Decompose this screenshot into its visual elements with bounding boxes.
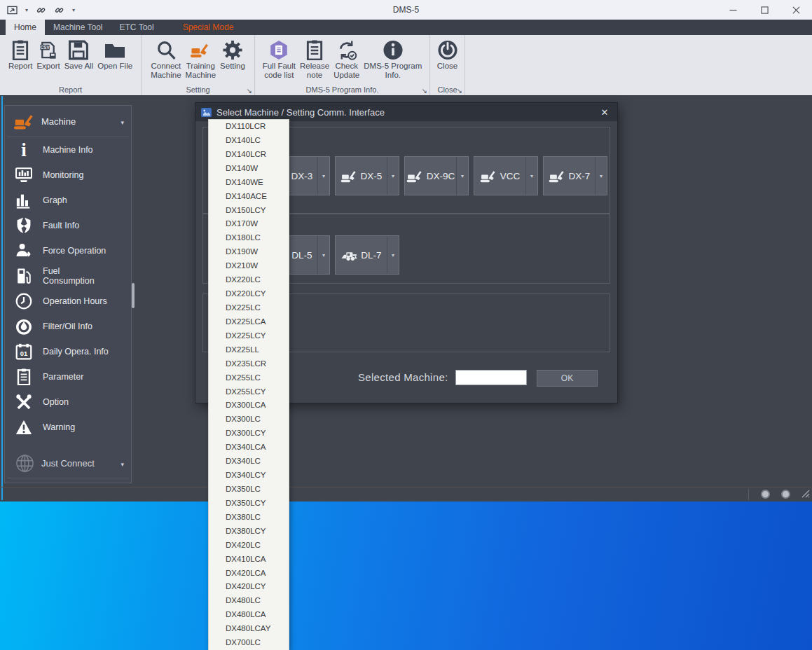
- machine-dropdown-arrow[interactable]: ▾: [387, 236, 399, 274]
- sidebar-item[interactable]: Fault Info: [5, 213, 131, 238]
- dialog-launcher-icon[interactable]: ↘: [457, 88, 462, 95]
- tab-home[interactable]: Home: [6, 20, 45, 35]
- ribbon-button[interactable]: Setting: [218, 37, 247, 71]
- sidebar-item[interactable]: Parameter: [5, 364, 131, 389]
- quick-access-icon[interactable]: [36, 6, 46, 15]
- machine-model-option[interactable]: DX255LCY: [209, 385, 289, 399]
- machine-model-option[interactable]: DX210W: [209, 259, 289, 273]
- chevron-down-icon[interactable]: ▾: [121, 457, 124, 469]
- tab-machine-tool[interactable]: Machine Tool: [45, 20, 111, 35]
- sidebar-header-just-connect[interactable]: Just Connect ▾: [5, 448, 131, 478]
- machine-button-main[interactable]: DX-7: [544, 157, 595, 195]
- sidebar-item[interactable]: Graph: [5, 188, 131, 213]
- machine-model-option[interactable]: DX140LC: [209, 134, 289, 148]
- machine-model-option[interactable]: DX225LCY: [209, 329, 289, 343]
- ribbon-button[interactable]: Report: [6, 37, 35, 71]
- ribbon-button[interactable]: DMS-5 Program Info.: [362, 37, 424, 81]
- ribbon-button[interactable]: Release note: [298, 37, 331, 81]
- quick-access-icon[interactable]: ▾: [72, 7, 75, 13]
- machine-model-option[interactable]: DX140LCR: [209, 148, 289, 162]
- machine-dropdown-arrow[interactable]: ▾: [317, 157, 329, 195]
- machine-model-option[interactable]: DX220LCY: [209, 287, 289, 301]
- sidebar-item[interactable]: Filter/Oil Info: [5, 314, 131, 339]
- machine-model-option[interactable]: DX300LCY: [209, 427, 289, 441]
- machine-model-option[interactable]: DX410LCA: [209, 553, 289, 567]
- window-control-button[interactable]: [780, 0, 812, 20]
- machine-model-option[interactable]: DX350LC: [209, 483, 289, 497]
- tab-special-mode[interactable]: Special Mode: [174, 20, 242, 35]
- machine-model-option[interactable]: DX140WE: [209, 176, 289, 190]
- machine-button-main[interactable]: VCC: [474, 157, 525, 195]
- ribbon-button[interactable]: Training Machine: [184, 37, 218, 81]
- dialog-launcher-icon[interactable]: ↘: [422, 88, 427, 95]
- sidebar-item[interactable]: Force Operation: [5, 238, 131, 263]
- machine-dropdown-arrow[interactable]: ▾: [456, 157, 468, 195]
- ribbon-button[interactable]: Check Update: [331, 37, 362, 81]
- machine-select-button[interactable]: DX-7 ▾: [543, 156, 607, 195]
- machine-model-option[interactable]: DX255LC: [209, 371, 289, 385]
- machine-model-option[interactable]: DX380LCY: [209, 525, 289, 539]
- quick-access-icon[interactable]: [54, 6, 64, 15]
- machine-model-option[interactable]: DX300LC: [209, 413, 289, 427]
- machine-select-button[interactable]: DX-5 ▾: [335, 156, 399, 195]
- quick-access-icon[interactable]: [7, 6, 18, 15]
- quick-access-icon[interactable]: ▾: [25, 7, 28, 13]
- machine-model-option[interactable]: DX170W: [209, 217, 289, 231]
- machine-model-option[interactable]: DX300LCA: [209, 399, 289, 413]
- machine-dropdown-arrow[interactable]: ▾: [317, 236, 329, 274]
- sidebar-item[interactable]: 01 Daily Opera. Info: [5, 339, 131, 364]
- ribbon-button[interactable]: Connect Machine: [149, 37, 183, 81]
- ribbon-button[interactable]: Open File: [95, 37, 135, 71]
- machine-button-main[interactable]: DL-7: [336, 236, 387, 274]
- ribbon-button[interactable]: Full Fault code list: [261, 37, 298, 81]
- machine-model-option[interactable]: DX350LCY: [209, 497, 289, 511]
- machine-model-option[interactable]: DX420LCA: [209, 567, 289, 581]
- machine-model-option[interactable]: DX225LCA: [209, 315, 289, 329]
- machine-model-option[interactable]: DX380LC: [209, 511, 289, 525]
- sidebar-scrollbar-thumb[interactable]: [132, 283, 135, 308]
- machine-model-option[interactable]: DX420LC: [209, 539, 289, 553]
- tab-etc-tool[interactable]: ETC Tool: [111, 20, 163, 35]
- ribbon-button[interactable]: CSV Export: [34, 37, 62, 71]
- machine-dropdown-arrow[interactable]: ▾: [525, 157, 537, 195]
- machine-select-button[interactable]: DX-9C ▾: [404, 156, 469, 195]
- machine-model-option[interactable]: DX340LCA: [209, 441, 289, 455]
- machine-button-main[interactable]: DX-9C: [405, 157, 456, 195]
- machine-select-button[interactable]: DL-7 ▾: [335, 235, 399, 275]
- machine-model-option[interactable]: DX220LC: [209, 273, 289, 287]
- dialog-close-button[interactable]: ✕: [598, 107, 612, 118]
- sidebar-item[interactable]: Option: [5, 389, 131, 415]
- dialog-launcher-icon[interactable]: ↘: [247, 88, 252, 95]
- machine-model-option[interactable]: DX190W: [209, 245, 289, 259]
- sidebar-item[interactable]: Monitoring: [5, 162, 131, 188]
- machine-model-option[interactable]: DX340LCY: [209, 469, 289, 483]
- machine-select-button[interactable]: VCC ▾: [474, 156, 538, 195]
- machine-model-option[interactable]: DX150LCY: [209, 204, 289, 218]
- window-control-button[interactable]: [717, 0, 749, 20]
- machine-model-option[interactable]: DX480LCAY: [209, 622, 289, 636]
- machine-model-option[interactable]: DX225LL: [209, 343, 289, 357]
- sidebar-item[interactable]: Fuel Consumption: [5, 263, 131, 289]
- machine-model-option[interactable]: DX420LCY: [209, 580, 289, 594]
- machine-model-option[interactable]: DX340LC: [209, 455, 289, 469]
- machine-model-option[interactable]: DX225LC: [209, 301, 289, 315]
- machine-model-option[interactable]: DX235LCR: [209, 357, 289, 371]
- machine-button-main[interactable]: DX-5: [336, 157, 387, 195]
- machine-model-option[interactable]: DX140W: [209, 162, 289, 176]
- ok-button[interactable]: OK: [537, 370, 598, 387]
- machine-model-option[interactable]: DX480LC: [209, 594, 289, 608]
- machine-model-option[interactable]: DX140ACE: [209, 190, 289, 204]
- window-control-button[interactable]: [749, 0, 780, 20]
- machine-model-option[interactable]: DX110LCR: [209, 120, 289, 134]
- sidebar-item[interactable]: Warning: [5, 415, 131, 440]
- resize-grip[interactable]: [800, 488, 811, 502]
- sidebar-header-machine[interactable]: Machine ▾: [5, 106, 131, 137]
- chevron-down-icon[interactable]: ▾: [121, 115, 124, 127]
- machine-dropdown-arrow[interactable]: ▾: [387, 157, 399, 195]
- machine-model-option[interactable]: DX180LC: [209, 231, 289, 245]
- sidebar-item[interactable]: Operation Hours: [5, 289, 131, 314]
- ribbon-button[interactable]: Close: [435, 37, 460, 71]
- machine-model-option[interactable]: DX700LC: [209, 636, 289, 650]
- machine-dropdown-arrow[interactable]: ▾: [595, 157, 607, 195]
- selected-machine-input[interactable]: [455, 370, 527, 385]
